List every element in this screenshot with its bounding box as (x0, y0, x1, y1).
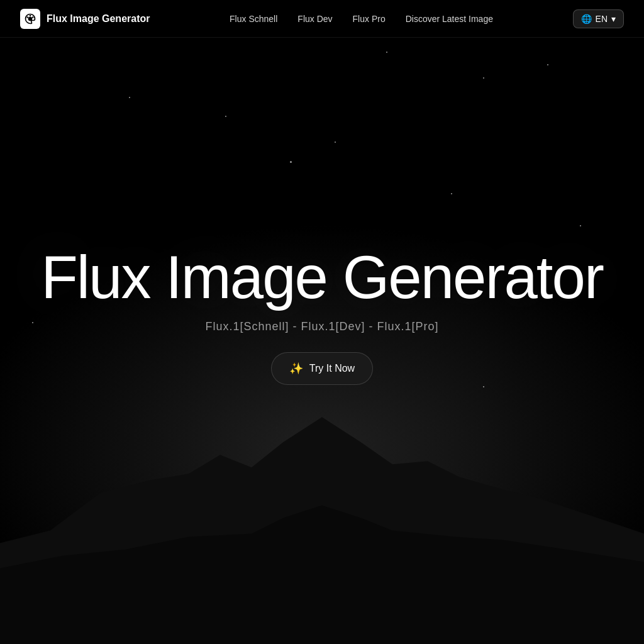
svg-point-1 (27, 16, 29, 18)
chevron-down-icon: ▾ (611, 14, 616, 24)
svg-point-3 (32, 16, 34, 18)
nav-flux-schnell[interactable]: Flux Schnell (230, 14, 277, 24)
try-btn-label: Try It Now (309, 363, 355, 374)
nav-discover[interactable]: Discover Latest Image (406, 14, 493, 24)
translate-icon: 🌐 (581, 14, 592, 24)
language-selector[interactable]: 🌐 EN ▾ (573, 9, 624, 28)
logo[interactable]: Flux Image Generator (20, 9, 150, 29)
wand-icon: ✨ (289, 362, 303, 375)
nav-flux-pro[interactable]: Flux Pro (353, 14, 386, 24)
hero-section: Flux Image Generator Flux.1[Schnell] - F… (0, 0, 644, 644)
hero-content: Flux Image Generator Flux.1[Schnell] - F… (41, 247, 603, 435)
nav-flux-dev[interactable]: Flux Dev (297, 14, 332, 24)
hero-subtitle: Flux.1[Schnell] - Flux.1[Dev] - Flux.1[P… (205, 320, 438, 333)
logo-icon (20, 9, 40, 29)
app-name: Flux Image Generator (47, 13, 150, 25)
svg-point-2 (30, 14, 31, 16)
nav-links: Flux Schnell Flux Dev Flux Pro Discover … (230, 13, 493, 25)
navbar: Flux Image Generator Flux Schnell Flux D… (0, 0, 644, 38)
hero-title: Flux Image Generator (41, 247, 603, 308)
palette-icon (24, 13, 36, 25)
lang-label: EN (596, 14, 608, 24)
try-it-now-button[interactable]: ✨ Try It Now (271, 352, 373, 385)
